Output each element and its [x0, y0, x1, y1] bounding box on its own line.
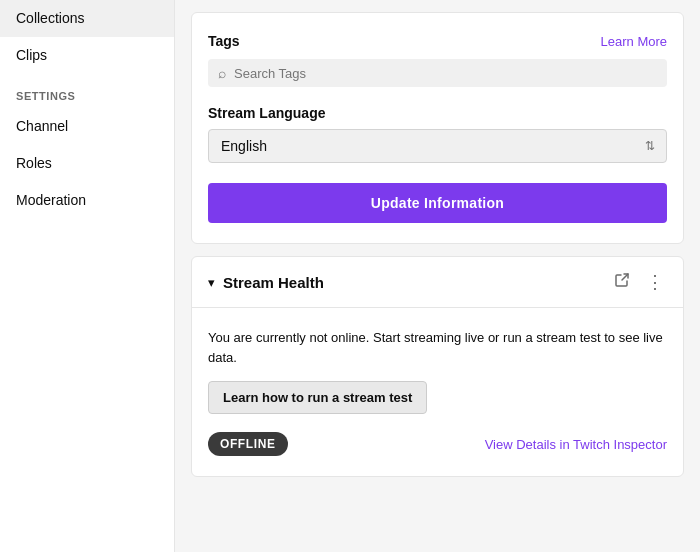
info-card: Tags Learn More ⌕ Stream Language Englis…: [191, 12, 684, 244]
tags-search-input[interactable]: [234, 66, 657, 81]
stream-health-header-icons: ⋮: [612, 269, 667, 295]
chevron-down-icon: ▾: [208, 275, 215, 290]
learn-more-link[interactable]: Learn More: [601, 34, 667, 49]
main-content: Tags Learn More ⌕ Stream Language Englis…: [175, 0, 700, 552]
stream-health-footer: OFFLINE View Details in Twitch Inspector: [208, 432, 667, 456]
sidebar-item-roles[interactable]: Roles: [0, 145, 174, 182]
stream-health-body: You are currently not online. Start stre…: [192, 308, 683, 476]
sidebar-item-channel[interactable]: Channel: [0, 108, 174, 145]
settings-section-label: SETTINGS: [0, 74, 174, 108]
more-options-icon: ⋮: [646, 271, 665, 293]
language-select[interactable]: English Spanish French German Japanese K…: [208, 129, 667, 163]
offline-badge: OFFLINE: [208, 432, 288, 456]
language-select-wrapper: English Spanish French German Japanese K…: [208, 129, 667, 163]
update-information-button[interactable]: Update Information: [208, 183, 667, 223]
external-link-icon: [614, 272, 630, 292]
twitch-inspector-link[interactable]: View Details in Twitch Inspector: [485, 437, 667, 452]
tags-search-wrapper: ⌕: [208, 59, 667, 87]
stream-test-button[interactable]: Learn how to run a stream test: [208, 381, 427, 414]
stream-health-card: ▾ Stream Health ⋮ You ar: [191, 256, 684, 477]
tags-header: Tags Learn More: [208, 33, 667, 49]
search-icon: ⌕: [218, 65, 226, 81]
sidebar-item-moderation[interactable]: Moderation: [0, 182, 174, 219]
stream-language-label: Stream Language: [208, 105, 667, 121]
stream-health-title: Stream Health: [223, 274, 612, 291]
stream-health-description: You are currently not online. Start stre…: [208, 328, 667, 367]
stream-health-header: ▾ Stream Health ⋮: [192, 257, 683, 308]
sidebar-item-collections[interactable]: Collections: [0, 0, 174, 37]
more-options-button[interactable]: ⋮: [644, 269, 667, 295]
external-link-button[interactable]: [612, 270, 632, 294]
sidebar: Collections Clips SETTINGS Channel Roles…: [0, 0, 175, 552]
sidebar-item-clips[interactable]: Clips: [0, 37, 174, 74]
tags-label: Tags: [208, 33, 240, 49]
